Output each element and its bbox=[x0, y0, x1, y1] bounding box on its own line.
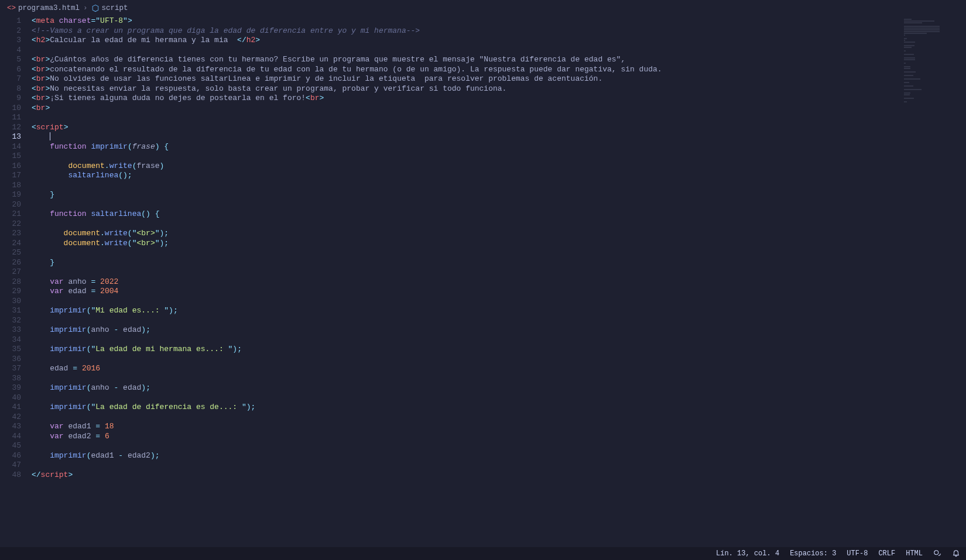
code-line[interactable]: imprimir("La edad de mi hermana es...: "… bbox=[32, 345, 966, 355]
line-number: 34 bbox=[0, 335, 21, 345]
code-line[interactable] bbox=[32, 316, 966, 326]
code-line[interactable]: document.write("<br>"); bbox=[32, 239, 966, 249]
code-line[interactable] bbox=[32, 461, 966, 470]
code-line[interactable]: <br>No olvides de usar las funciones sal… bbox=[32, 74, 966, 84]
code-line[interactable]: <meta charset="UFT-8"> bbox=[32, 16, 966, 26]
code-line[interactable] bbox=[32, 441, 966, 451]
symbol-icon bbox=[91, 4, 100, 12]
code-line[interactable]: function saltarlinea() { bbox=[32, 209, 966, 219]
code-line[interactable]: <script> bbox=[32, 123, 966, 133]
code-line[interactable]: document.write(frase) bbox=[32, 162, 966, 171]
html-file-icon: <> bbox=[7, 4, 16, 12]
line-number: 2 bbox=[0, 26, 21, 36]
line-number: 15 bbox=[0, 152, 21, 162]
line-number: 39 bbox=[0, 383, 21, 393]
code-line[interactable] bbox=[32, 219, 966, 229]
code-line[interactable] bbox=[32, 200, 966, 210]
line-number: 32 bbox=[0, 316, 21, 326]
line-number: 4 bbox=[0, 46, 21, 56]
svg-point-0 bbox=[934, 551, 938, 555]
line-number: 12 bbox=[0, 123, 21, 133]
line-number: 25 bbox=[0, 248, 21, 258]
line-number: 47 bbox=[0, 461, 21, 470]
status-language[interactable]: HTML bbox=[906, 549, 923, 558]
text-cursor bbox=[50, 132, 50, 140]
breadcrumb-file[interactable]: programa3.html bbox=[18, 4, 80, 12]
line-number: 46 bbox=[0, 451, 21, 461]
editor[interactable]: 1234567891011121314151617181920212223242… bbox=[0, 16, 966, 547]
line-number: 43 bbox=[0, 422, 21, 432]
code-area[interactable]: <meta charset="UFT-8"><!--Vamos a crear … bbox=[32, 16, 966, 547]
code-line[interactable]: <br>¡Si tienes alguna duda no dejes de p… bbox=[32, 94, 966, 104]
code-line[interactable] bbox=[32, 267, 966, 277]
line-number: 33 bbox=[0, 325, 21, 335]
line-number: 16 bbox=[0, 162, 21, 171]
status-eol[interactable]: CRLF bbox=[878, 549, 895, 558]
code-line[interactable]: imprimir(anho - edad); bbox=[32, 383, 966, 393]
feedback-icon[interactable] bbox=[933, 549, 941, 558]
code-line[interactable] bbox=[32, 46, 966, 56]
line-number: 5 bbox=[0, 55, 21, 65]
minimap[interactable] bbox=[902, 16, 966, 133]
line-number: 28 bbox=[0, 277, 21, 287]
breadcrumb[interactable]: <> programa3.html › script bbox=[0, 0, 966, 16]
code-line[interactable] bbox=[32, 413, 966, 422]
code-line[interactable]: <br> bbox=[32, 104, 966, 114]
line-number: 29 bbox=[0, 287, 21, 297]
code-line[interactable]: } bbox=[32, 258, 966, 268]
code-line[interactable] bbox=[32, 297, 966, 307]
line-number: 13 bbox=[0, 132, 21, 142]
line-number: 24 bbox=[0, 239, 21, 249]
code-line[interactable]: <!--Vamos a crear un programa que diga l… bbox=[32, 26, 966, 36]
line-number-gutter: 1234567891011121314151617181920212223242… bbox=[0, 16, 32, 547]
bell-icon[interactable] bbox=[952, 549, 960, 558]
code-line[interactable]: var edad = 2004 bbox=[32, 287, 966, 297]
line-number: 9 bbox=[0, 94, 21, 104]
code-line[interactable] bbox=[32, 355, 966, 365]
breadcrumb-symbol[interactable]: script bbox=[102, 4, 128, 12]
code-line[interactable]: <br>¿Cuántos años de diferencia tienes c… bbox=[32, 55, 966, 65]
code-line[interactable] bbox=[32, 374, 966, 384]
code-line[interactable]: imprimir(anho - edad); bbox=[32, 325, 966, 335]
chevron-right-icon: › bbox=[82, 4, 89, 12]
code-line[interactable]: <br>concatenando el resultado de la dife… bbox=[32, 65, 966, 75]
status-spaces[interactable]: Espacios: 3 bbox=[790, 549, 836, 558]
code-line[interactable] bbox=[32, 152, 966, 162]
line-number: 45 bbox=[0, 441, 21, 451]
code-line[interactable]: imprimir("Mi edad es...: "); bbox=[32, 306, 966, 316]
line-number: 17 bbox=[0, 171, 21, 181]
line-number: 8 bbox=[0, 84, 21, 94]
code-line[interactable] bbox=[32, 335, 966, 345]
code-line[interactable]: var edad2 = 6 bbox=[32, 432, 966, 442]
status-bar: Lín. 13, col. 4 Espacios: 3 UTF-8 CRLF H… bbox=[0, 547, 966, 560]
line-number: 20 bbox=[0, 200, 21, 210]
code-line[interactable]: function imprimir(frase) { bbox=[32, 142, 966, 152]
code-line[interactable] bbox=[32, 248, 966, 258]
code-line[interactable]: document.write("<br>"); bbox=[32, 229, 966, 239]
code-line[interactable]: var edad1 = 18 bbox=[32, 422, 966, 432]
code-line[interactable] bbox=[32, 181, 966, 191]
line-number: 37 bbox=[0, 364, 21, 374]
code-line[interactable]: imprimir(edad1 - edad2); bbox=[32, 451, 966, 461]
code-line[interactable] bbox=[32, 393, 966, 403]
status-position[interactable]: Lín. 13, col. 4 bbox=[716, 549, 779, 558]
code-line[interactable]: edad = 2016 bbox=[32, 364, 966, 374]
line-number: 40 bbox=[0, 393, 21, 403]
line-number: 41 bbox=[0, 403, 21, 413]
line-number: 27 bbox=[0, 267, 21, 277]
line-number: 30 bbox=[0, 297, 21, 307]
status-encoding[interactable]: UTF-8 bbox=[847, 549, 868, 558]
code-line[interactable]: <br>No necesitas enviar la respuesta, so… bbox=[32, 84, 966, 94]
code-line[interactable]: <h2>Calcular la edad de mi hermana y la … bbox=[32, 36, 966, 46]
code-line[interactable]: imprimir("La edad de diferencia es de...… bbox=[32, 403, 966, 413]
line-number: 23 bbox=[0, 229, 21, 239]
code-line[interactable]: var anho = 2022 bbox=[32, 277, 966, 287]
line-number: 3 bbox=[0, 36, 21, 46]
code-line[interactable] bbox=[32, 113, 966, 123]
code-line[interactable]: } bbox=[32, 190, 966, 200]
line-number: 36 bbox=[0, 355, 21, 365]
code-line[interactable] bbox=[32, 132, 966, 142]
line-number: 6 bbox=[0, 65, 21, 75]
code-line[interactable]: </script> bbox=[32, 470, 966, 480]
code-line[interactable]: saltarlinea(); bbox=[32, 171, 966, 181]
